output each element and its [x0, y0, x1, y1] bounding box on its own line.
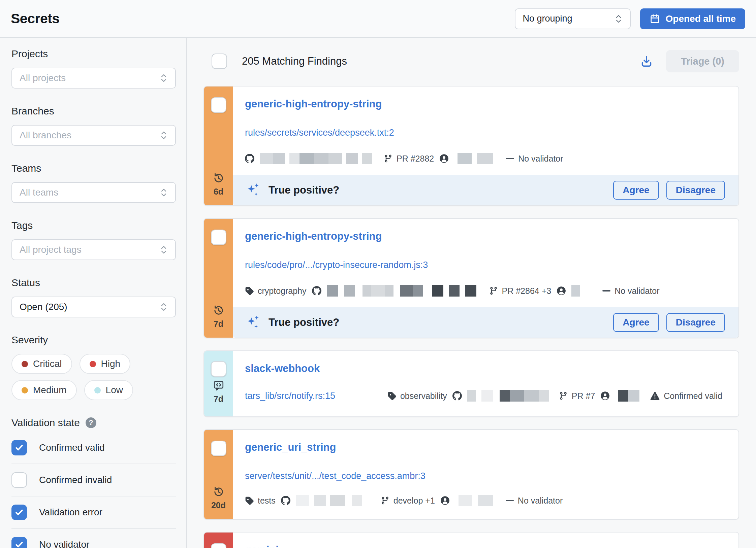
project-tag: observability	[387, 391, 447, 401]
finding-checkbox[interactable]	[211, 230, 226, 245]
severity-stripe: 7d	[204, 219, 233, 338]
sparkle-icon	[246, 315, 260, 330]
finding-age: 6d	[214, 187, 223, 197]
pull-request-link[interactable]: PR #7	[559, 391, 595, 401]
chevron-updown-icon	[160, 187, 168, 198]
disagree-button[interactable]: Disagree	[666, 313, 725, 332]
filter-tags: Tags All project tags	[11, 220, 176, 260]
finding-age: 7d	[214, 319, 223, 329]
date-filter-label: Opened all time	[666, 13, 736, 24]
finding-checkbox[interactable]	[211, 97, 226, 113]
pull-request-link[interactable]: PR #2882	[384, 154, 434, 164]
redacted-text	[467, 390, 549, 402]
severity-pill-high[interactable]: High	[80, 354, 131, 374]
git-branch-icon	[381, 496, 389, 505]
finding-card: 7d generic-high-entropy-string rules/cod…	[203, 218, 739, 338]
validator-status: No validator	[506, 496, 563, 506]
history-icon	[213, 486, 225, 498]
finding-age: 20d	[211, 501, 226, 510]
finding-title-link[interactable]: generic-high-entropy-string	[245, 98, 382, 110]
ai-question: True positive?	[269, 316, 339, 329]
finding-meta-row: tests d	[245, 495, 724, 506]
status-select-value: Open (205)	[20, 302, 67, 312]
download-button[interactable]	[640, 55, 653, 68]
checkbox-confirmed-invalid[interactable]: Confirmed invalid	[11, 464, 176, 496]
severity-pill-medium[interactable]: Medium	[11, 380, 77, 400]
filter-teams: Teams All teams	[11, 163, 176, 203]
checkbox-checked-icon	[11, 440, 27, 455]
validator-status: Confirmed valid	[650, 391, 722, 401]
severity-pill-low[interactable]: Low	[84, 380, 133, 400]
ai-triage-panel: True positive? Agree Disagree	[233, 175, 738, 205]
ai-question: True positive?	[269, 184, 339, 196]
projects-select[interactable]: All projects	[11, 68, 176, 89]
date-filter-button[interactable]: Opened all time	[640, 8, 746, 29]
svg-text:?: ?	[89, 418, 93, 427]
finding-meta-row: PR #2882 No validator	[245, 153, 724, 164]
finding-checkbox[interactable]	[211, 543, 226, 548]
github-icon	[281, 496, 290, 505]
github-icon	[245, 154, 254, 163]
finding-title-link[interactable]: generic_uri_string	[245, 441, 336, 453]
author-avatar-icon	[557, 286, 566, 296]
finding-title-link[interactable]: generic-high-entropy-string	[245, 230, 382, 242]
finding-checkbox[interactable]	[211, 441, 226, 456]
agree-button[interactable]: Agree	[613, 313, 659, 332]
teams-select[interactable]: All teams	[11, 182, 176, 203]
finding-checkbox[interactable]	[211, 361, 226, 377]
filter-branches: Branches All branches	[11, 105, 176, 146]
branch-link[interactable]: develop +1	[381, 496, 435, 506]
finding-path-link[interactable]: rules/code/pro/.../crypto-insecure-rando…	[245, 260, 428, 270]
projects-label: Projects	[11, 48, 176, 60]
checkbox-validation-error[interactable]: Validation error	[11, 496, 176, 529]
agree-button[interactable]: Agree	[613, 181, 659, 200]
redacted-text	[296, 495, 362, 506]
pull-request-link[interactable]: PR #2864 +3	[489, 286, 552, 296]
calendar-icon	[650, 13, 660, 24]
branches-select[interactable]: All branches	[11, 125, 176, 146]
tag-icon	[245, 286, 254, 295]
top-bar: Secrets No grouping Opened all time	[0, 0, 756, 38]
severity-label: Severity	[11, 334, 176, 346]
finding-age: 7d	[214, 394, 223, 404]
finding-title-link[interactable]: slack-webhook	[245, 363, 320, 374]
finding-meta-row: observability	[387, 390, 722, 402]
finding-path-link[interactable]: rules/secrets/services/deepseek.txt:2	[245, 128, 394, 138]
finding-card: 20d generic_uri_string server/tests/unit…	[203, 429, 739, 520]
grouping-select[interactable]: No grouping	[515, 8, 631, 29]
filters-sidebar: Projects All projects Branches All branc…	[0, 38, 187, 548]
top-bar-actions: No grouping Opened all time	[515, 8, 746, 29]
checkbox-confirmed-valid[interactable]: Confirmed valid	[11, 432, 176, 464]
disagree-button[interactable]: Disagree	[666, 181, 725, 200]
select-all-checkbox[interactable]	[212, 54, 227, 69]
tags-select[interactable]: All project tags	[11, 239, 176, 260]
chevron-updown-icon	[615, 14, 623, 24]
project-tag: tests	[245, 496, 276, 506]
finding-meta-row: cryptography	[245, 285, 724, 297]
project-tag: cryptography	[245, 286, 307, 296]
triage-button[interactable]: Triage (0)	[666, 50, 739, 72]
github-icon	[312, 286, 321, 296]
severity-stripe	[204, 533, 233, 548]
secrets-dashboard: Secrets No grouping Opened all time Proj…	[0, 0, 756, 548]
sparkle-icon	[246, 183, 260, 198]
critical-dot-icon	[22, 361, 28, 367]
chevron-updown-icon	[160, 130, 168, 140]
filter-severity: Severity Critical High Medium	[11, 334, 176, 400]
redacted-text	[260, 153, 372, 164]
finding-title-link[interactable]: gemini	[245, 544, 279, 548]
finding-path-link[interactable]: server/tests/unit/.../test_code_access.a…	[245, 471, 426, 481]
warning-icon	[650, 391, 660, 401]
help-icon[interactable]: ?	[85, 417, 97, 429]
branches-label: Branches	[11, 105, 176, 117]
filter-validation-state: Validation state ? Confirmed valid Confi…	[11, 417, 176, 548]
checkbox-checked-icon	[11, 505, 27, 520]
checkbox-no-validator[interactable]: No validator	[11, 529, 176, 548]
dash-icon	[506, 158, 514, 159]
finding-card: 7d slack-webhook tars_lib/src/notify.rs:…	[203, 350, 739, 417]
severity-pill-critical[interactable]: Critical	[11, 354, 72, 374]
medium-dot-icon	[22, 387, 28, 393]
status-select[interactable]: Open (205)	[11, 297, 176, 317]
severity-stripe: 20d	[204, 430, 233, 519]
finding-path-link[interactable]: tars_lib/src/notify.rs:15	[245, 391, 335, 401]
